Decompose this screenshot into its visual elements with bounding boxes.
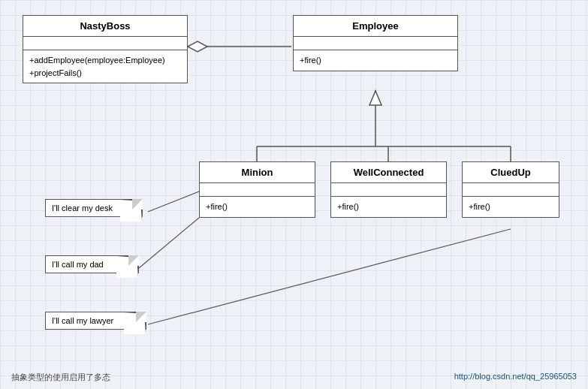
nasty-boss-attributes [23, 37, 187, 50]
cluedup-attributes [463, 183, 559, 197]
employee-name: Employee [352, 20, 398, 32]
svg-line-8 [148, 191, 199, 212]
note-clear-desk: I'll clear my desk [45, 199, 143, 217]
minion-attributes [200, 183, 315, 197]
note-call-dad: I'll call my dad [45, 255, 139, 273]
svg-line-9 [139, 218, 199, 268]
wellconnected-header: WellConnected [331, 162, 446, 183]
wellconnected-name: WellConnected [354, 167, 424, 178]
svg-marker-1 [188, 41, 207, 52]
wellconnected-attributes [331, 183, 446, 197]
wellconnected-methods: +fire() [331, 197, 446, 217]
nasty-boss-methods: +addEmployee(employee:Employee) +project… [23, 50, 187, 83]
cluedup-header: CluedUp [463, 162, 559, 183]
note1-text: I'll clear my desk [52, 204, 113, 213]
footer-label: 抽象类型的使用启用了多态 [11, 372, 110, 383]
employee-attributes [294, 37, 457, 50]
svg-marker-7 [369, 91, 381, 105]
nasty-boss-header: NastyBoss [23, 16, 187, 37]
note2-text: I'll call my dad [52, 260, 104, 269]
employee-methods: +fire() [294, 50, 457, 71]
minion-methods: +fire() [200, 197, 315, 217]
employee-class: Employee +fire() [293, 15, 458, 71]
wellconnected-class: WellConnected +fire() [330, 161, 447, 218]
cluedup-class: CluedUp +fire() [462, 161, 559, 218]
minion-header: Minion [200, 162, 315, 183]
nasty-boss-name: NastyBoss [80, 20, 130, 32]
nasty-boss-class: NastyBoss +addEmployee(employee:Employee… [23, 15, 188, 83]
footer-url: http://blog.csdn.net/qq_25965053 [454, 372, 577, 383]
note3-text: I'll call my lawyer [52, 316, 113, 325]
footer: 抽象类型的使用启用了多态 http://blog.csdn.net/qq_259… [0, 372, 588, 383]
note-call-lawyer: I'll call my lawyer [45, 312, 146, 330]
minion-class: Minion +fire() [199, 161, 315, 218]
minion-name: Minion [242, 167, 273, 178]
svg-line-10 [148, 229, 511, 324]
employee-header: Employee [294, 16, 457, 37]
diagram-canvas: NastyBoss +addEmployee(employee:Employee… [0, 0, 588, 389]
cluedup-methods: +fire() [463, 197, 559, 217]
cluedup-name: CluedUp [490, 167, 530, 178]
